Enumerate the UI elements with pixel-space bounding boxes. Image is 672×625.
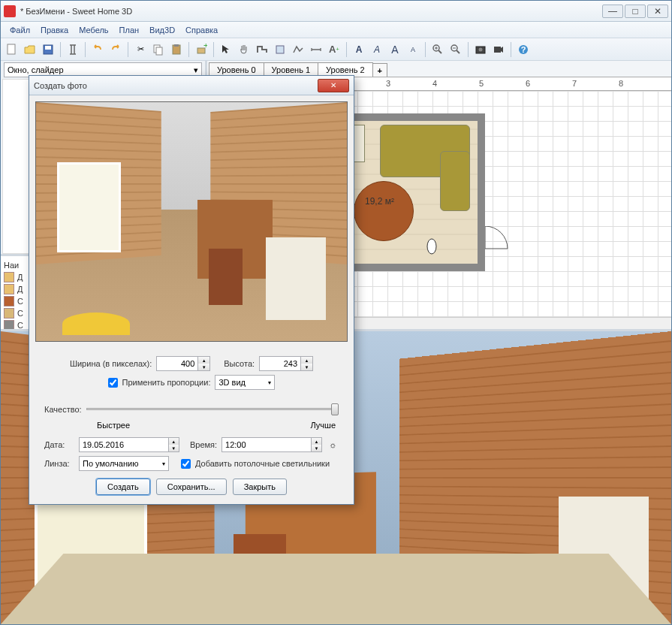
furniture-icon: [4, 296, 14, 306]
date-label: Дата:: [44, 440, 74, 449]
menubar: Файл Правка Мебель План Вид3D Справка: [1, 22, 671, 38]
menu-edit[interactable]: Правка: [36, 23, 73, 37]
menu-view3d[interactable]: Вид3D: [145, 23, 179, 37]
undo-icon[interactable]: [89, 41, 106, 58]
help-icon[interactable]: ?: [515, 41, 532, 58]
furniture-icon: [4, 320, 14, 329]
svg-rect-6: [174, 44, 179, 47]
copy-icon[interactable]: [150, 41, 167, 58]
text-italic-icon[interactable]: A: [369, 41, 385, 58]
menu-help[interactable]: Справка: [181, 23, 222, 37]
window-title: * БезИмени - Sweet Home 3D: [20, 7, 602, 16]
catalog-combo-value: Окно, слайдер: [8, 65, 64, 74]
pan-icon[interactable]: [236, 41, 252, 58]
furniture-icon: [4, 272, 14, 282]
create-polyline-icon[interactable]: [290, 41, 306, 58]
titlebar: * БезИмени - Sweet Home 3D — □ ✕: [1, 1, 671, 22]
ceiling-lights-checkbox[interactable]: [181, 459, 191, 469]
width-spinner[interactable]: ▲▼: [156, 356, 210, 371]
add-level-button[interactable]: +: [372, 63, 387, 77]
zoom-in-icon[interactable]: [429, 41, 446, 58]
new-icon[interactable]: [4, 41, 20, 58]
create-text-icon[interactable]: A+: [326, 41, 342, 58]
save-button[interactable]: Сохранить...: [156, 479, 227, 495]
preferences-icon[interactable]: [65, 41, 81, 58]
proportions-checkbox[interactable]: [108, 378, 118, 388]
camera-icon[interactable]: [425, 237, 438, 255]
toolbar: ✂ + A+ A A A A ?: [1, 38, 671, 61]
time-spinner[interactable]: ▲▼: [221, 437, 322, 452]
select-icon[interactable]: [218, 41, 234, 58]
save-icon[interactable]: [40, 41, 56, 58]
svg-text:?: ?: [521, 45, 526, 54]
dialog-title: Создать фото: [34, 81, 318, 90]
svg-point-13: [479, 47, 483, 51]
ceiling-lights-label: Добавить потолочные светильники: [195, 459, 330, 468]
dialog-close-button[interactable]: ✕: [318, 79, 349, 92]
create-walls-icon[interactable]: [254, 41, 270, 58]
proportions-combo[interactable]: 3D вид: [215, 375, 275, 390]
height-label: Высота:: [224, 359, 255, 368]
create-room-icon[interactable]: [272, 41, 288, 58]
date-spinner[interactable]: ▲▼: [79, 437, 179, 452]
minimize-button[interactable]: —: [602, 5, 623, 18]
svg-rect-4: [156, 47, 162, 55]
menu-furniture[interactable]: Мебель: [74, 23, 113, 37]
svg-rect-0: [8, 44, 15, 54]
add-furniture-icon[interactable]: +: [193, 41, 209, 58]
furniture-table[interactable]: [354, 181, 414, 241]
faster-label: Быстрее: [97, 421, 130, 430]
close-button[interactable]: ✕: [647, 5, 668, 18]
width-input[interactable]: [156, 356, 198, 371]
area-label: 19,2 м²: [365, 196, 394, 207]
close-dialog-button[interactable]: Закрыть: [233, 479, 287, 495]
cut-icon[interactable]: ✂: [132, 41, 149, 58]
create-dimension-icon[interactable]: [308, 41, 324, 58]
better-label: Лучше: [310, 421, 336, 430]
height-input[interactable]: [259, 356, 301, 371]
quality-label: Качество:: [44, 405, 82, 414]
quality-slider[interactable]: [86, 400, 339, 418]
time-label: Время:: [190, 440, 217, 449]
photo-icon[interactable]: [472, 41, 489, 58]
svg-rect-9: [276, 46, 284, 53]
furniture-icon: [4, 284, 14, 294]
svg-point-17: [427, 239, 436, 254]
date-input[interactable]: [79, 437, 169, 452]
lens-label: Линза:: [44, 459, 74, 468]
video-icon[interactable]: [490, 41, 507, 58]
height-spinner[interactable]: ▲▼: [259, 356, 313, 371]
time-input[interactable]: [221, 437, 312, 452]
text-bold-icon[interactable]: A: [351, 41, 367, 58]
proportions-label: Применить пропорции:: [122, 378, 211, 387]
width-label: Ширина (в пикселах):: [70, 359, 152, 368]
paste-icon[interactable]: [168, 41, 185, 58]
redo-icon[interactable]: [107, 41, 124, 58]
photo-preview: [35, 101, 348, 342]
menu-file[interactable]: Файл: [5, 23, 35, 37]
svg-text:+: +: [203, 44, 207, 50]
menu-plan[interactable]: План: [115, 23, 144, 37]
furniture-icon: [4, 308, 14, 319]
app-icon: [4, 5, 16, 17]
text-bigger-icon[interactable]: A: [387, 41, 403, 58]
svg-rect-14: [494, 47, 501, 53]
create-button[interactable]: Создать: [96, 479, 150, 495]
furniture-sofa[interactable]: [440, 151, 470, 211]
svg-rect-2: [45, 46, 51, 50]
create-photo-dialog: Создать фото ✕ Ширина (в пикселах): ▲▼ В…: [29, 75, 354, 505]
lens-combo[interactable]: По умолчанию: [79, 456, 169, 471]
maximize-button[interactable]: □: [625, 5, 646, 18]
sun-icon[interactable]: ☼: [327, 439, 339, 451]
list-header: Наи: [4, 261, 19, 270]
zoom-out-icon[interactable]: [447, 41, 464, 58]
open-icon[interactable]: [22, 41, 38, 58]
door-arc: [485, 226, 515, 279]
text-smaller-icon[interactable]: A: [405, 41, 421, 58]
